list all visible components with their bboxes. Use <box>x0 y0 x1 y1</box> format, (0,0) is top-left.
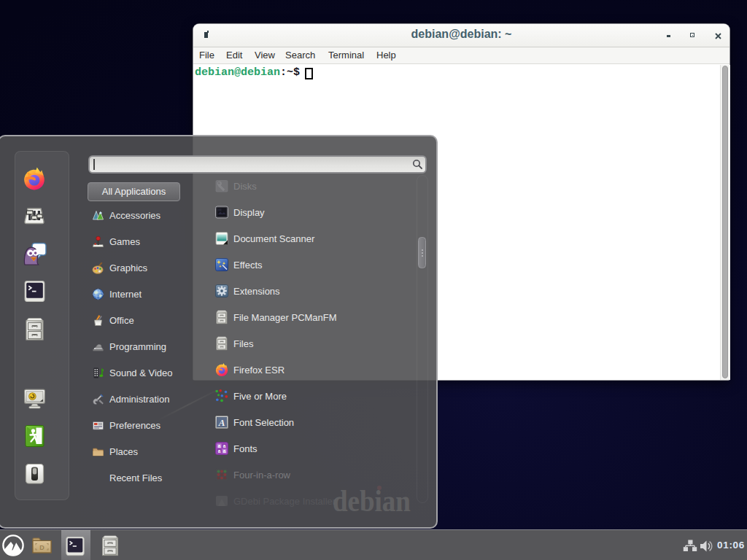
svg-text:a: a <box>218 443 221 448</box>
svg-text:A: A <box>218 417 225 428</box>
svg-text:a: a <box>223 443 226 448</box>
svg-text:D: D <box>39 544 44 551</box>
svg-text:a: a <box>218 448 221 454</box>
svg-text:a: a <box>223 448 226 454</box>
